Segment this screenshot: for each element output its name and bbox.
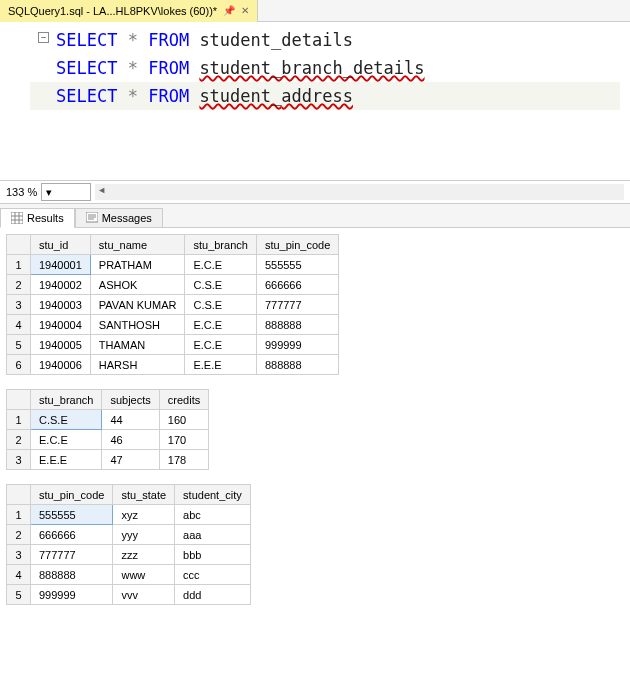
column-header[interactable]: stu_state <box>113 485 175 505</box>
close-icon[interactable]: ✕ <box>241 5 249 16</box>
grid-cell[interactable]: 1940003 <box>31 295 91 315</box>
grid-cell[interactable]: 777777 <box>256 295 338 315</box>
grid-cell[interactable]: 888888 <box>256 315 338 335</box>
table-row[interactable]: 21940002ASHOKC.S.E666666 <box>7 275 339 295</box>
grid-cell[interactable]: 999999 <box>31 585 113 605</box>
grid-cell[interactable]: C.S.E <box>185 275 256 295</box>
row-number[interactable]: 1 <box>7 255 31 275</box>
row-number[interactable]: 4 <box>7 565 31 585</box>
table-row[interactable]: 3777777zzzbbb <box>7 545 251 565</box>
grid-cell[interactable]: xyz <box>113 505 175 525</box>
grid-cell[interactable]: yyy <box>113 525 175 545</box>
column-header[interactable]: stu_name <box>90 235 185 255</box>
grid-cell[interactable]: aaa <box>175 525 251 545</box>
grid-cell[interactable]: E.C.E <box>185 315 256 335</box>
column-header[interactable]: stu_id <box>31 235 91 255</box>
result-grid-1[interactable]: stu_idstu_namestu_branchstu_pin_code1194… <box>6 234 339 375</box>
outline-collapse-icon[interactable]: − <box>38 32 49 43</box>
grid-cell[interactable]: C.S.E <box>31 410 102 430</box>
row-number[interactable]: 5 <box>7 585 31 605</box>
horizontal-scrollbar[interactable] <box>95 184 624 200</box>
table-row[interactable]: 11940001PRATHAME.C.E555555 <box>7 255 339 275</box>
grid-cell[interactable]: 555555 <box>31 505 113 525</box>
grid-cell[interactable]: E.E.E <box>31 450 102 470</box>
grid-cell[interactable]: 888888 <box>31 565 113 585</box>
grid-cell[interactable]: 1940006 <box>31 355 91 375</box>
grid-cell[interactable]: ASHOK <box>90 275 185 295</box>
grid-cell[interactable]: 888888 <box>256 355 338 375</box>
result-grid-2[interactable]: stu_branchsubjectscredits1C.S.E441602E.C… <box>6 389 209 470</box>
grid-cell[interactable]: 44 <box>102 410 159 430</box>
row-number[interactable]: 2 <box>7 430 31 450</box>
grid-cell[interactable]: 46 <box>102 430 159 450</box>
grid-cell[interactable]: 1940001 <box>31 255 91 275</box>
grid-cell[interactable]: PAVAN KUMAR <box>90 295 185 315</box>
table-row[interactable]: 3E.E.E47178 <box>7 450 209 470</box>
column-header[interactable]: credits <box>159 390 208 410</box>
grid-cell[interactable]: THAMAN <box>90 335 185 355</box>
grid-cell[interactable]: 1940002 <box>31 275 91 295</box>
table-row[interactable]: 1C.S.E44160 <box>7 410 209 430</box>
result-grid-3[interactable]: stu_pin_codestu_statestudent_city1555555… <box>6 484 251 605</box>
column-header[interactable]: stu_pin_code <box>256 235 338 255</box>
grid-cell[interactable]: E.C.E <box>31 430 102 450</box>
grid-cell[interactable]: 1940004 <box>31 315 91 335</box>
row-number[interactable]: 1 <box>7 410 31 430</box>
grid-cell[interactable]: HARSH <box>90 355 185 375</box>
grid-cell[interactable]: 999999 <box>256 335 338 355</box>
table-row[interactable]: 61940006HARSHE.E.E888888 <box>7 355 339 375</box>
grid-cell[interactable]: vvv <box>113 585 175 605</box>
grid-cell[interactable]: 666666 <box>256 275 338 295</box>
row-number[interactable]: 2 <box>7 525 31 545</box>
row-number[interactable]: 3 <box>7 295 31 315</box>
grid-cell[interactable]: ccc <box>175 565 251 585</box>
row-number[interactable]: 2 <box>7 275 31 295</box>
grid-cell[interactable]: 1940005 <box>31 335 91 355</box>
tab-results[interactable]: Results <box>0 208 75 228</box>
column-header[interactable]: subjects <box>102 390 159 410</box>
table-row[interactable]: 5999999vvvddd <box>7 585 251 605</box>
grid-cell[interactable]: 170 <box>159 430 208 450</box>
pin-icon[interactable]: 📌 <box>223 5 235 16</box>
grid-cell[interactable]: E.E.E <box>185 355 256 375</box>
column-header[interactable]: student_city <box>175 485 251 505</box>
row-number[interactable]: 6 <box>7 355 31 375</box>
grid-cell[interactable]: 555555 <box>256 255 338 275</box>
grid-cell[interactable]: C.S.E <box>185 295 256 315</box>
table-row[interactable]: 1555555xyzabc <box>7 505 251 525</box>
row-number[interactable]: 5 <box>7 335 31 355</box>
column-header[interactable]: stu_branch <box>185 235 256 255</box>
grid-cell[interactable]: E.C.E <box>185 335 256 355</box>
grid-cell[interactable]: PRATHAM <box>90 255 185 275</box>
row-number[interactable]: 4 <box>7 315 31 335</box>
grid-cell[interactable]: 666666 <box>31 525 113 545</box>
table-row[interactable]: 51940005THAMANE.C.E999999 <box>7 335 339 355</box>
grid-cell[interactable]: ddd <box>175 585 251 605</box>
row-number[interactable]: 3 <box>7 545 31 565</box>
table-row[interactable]: 41940004SANTHOSHE.C.E888888 <box>7 315 339 335</box>
grid-cell[interactable]: E.C.E <box>185 255 256 275</box>
grid-cell[interactable]: zzz <box>113 545 175 565</box>
zoom-dropdown[interactable]: ▾ <box>41 183 91 201</box>
keyword: FROM <box>148 58 189 78</box>
file-tab[interactable]: SQLQuery1.sql - LA...HL8PKV\lokes (60))*… <box>0 0 258 22</box>
column-header[interactable]: stu_pin_code <box>31 485 113 505</box>
row-number[interactable]: 1 <box>7 505 31 525</box>
table-row[interactable]: 2E.C.E46170 <box>7 430 209 450</box>
grid-cell[interactable]: www <box>113 565 175 585</box>
grid-cell[interactable]: 178 <box>159 450 208 470</box>
operator: * <box>128 86 138 106</box>
grid-cell[interactable]: 777777 <box>31 545 113 565</box>
grid-cell[interactable]: bbb <box>175 545 251 565</box>
table-row[interactable]: 31940003PAVAN KUMARC.S.E777777 <box>7 295 339 315</box>
tab-messages[interactable]: Messages <box>75 208 163 228</box>
row-number[interactable]: 3 <box>7 450 31 470</box>
sql-editor[interactable]: − SELECT * FROM student_details SELECT *… <box>0 22 630 180</box>
grid-cell[interactable]: abc <box>175 505 251 525</box>
table-row[interactable]: 2666666yyyaaa <box>7 525 251 545</box>
grid-cell[interactable]: 47 <box>102 450 159 470</box>
column-header[interactable]: stu_branch <box>31 390 102 410</box>
table-row[interactable]: 4888888wwwccc <box>7 565 251 585</box>
grid-cell[interactable]: SANTHOSH <box>90 315 185 335</box>
grid-cell[interactable]: 160 <box>159 410 208 430</box>
